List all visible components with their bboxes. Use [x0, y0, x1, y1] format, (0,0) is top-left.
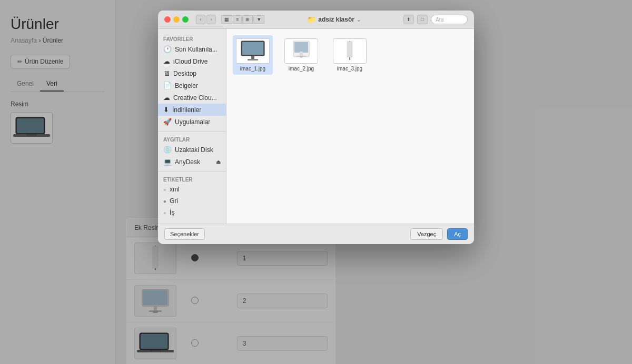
fp-desktop[interactable]: 🖥 Desktop: [158, 67, 226, 79]
tag-gri-icon: ●: [163, 198, 166, 204]
tags-label: Etiketler: [158, 175, 226, 184]
folder-icon: 📁: [307, 15, 316, 24]
options-button[interactable]: Seçenekler: [164, 228, 205, 240]
search-input[interactable]: Ara: [431, 15, 468, 24]
fp-file-imac1[interactable]: imac_1.jpg: [233, 35, 273, 75]
desktop-icon: 🖥: [163, 69, 170, 77]
fp-remote-disk[interactable]: 💿 Uzaktaki Disk: [158, 144, 226, 156]
remote-disk-icon: 💿: [163, 146, 172, 154]
fp-file-thumb-2: [284, 38, 318, 64]
fp-file-name-3: imac_3.jpg: [337, 66, 362, 72]
forward-button[interactable]: ›: [206, 15, 216, 24]
fp-file-name-1: imac_1.jpg: [240, 66, 265, 72]
downloads-icon: ⬇: [163, 106, 169, 114]
maximize-dot[interactable]: [182, 16, 189, 23]
favorites-label: Favoriler: [158, 34, 226, 43]
gallery-view-button[interactable]: ▼: [253, 15, 264, 24]
fp-downloads[interactable]: ⬇ İndirilenler: [158, 104, 226, 116]
fp-file-thumb-3: [333, 38, 367, 64]
fp-tag-is[interactable]: ● İş: [158, 207, 226, 218]
creative-cloud-icon: ☁: [163, 94, 170, 102]
fp-anydesk[interactable]: 💻 AnyDesk ⏏: [158, 156, 226, 168]
cancel-button[interactable]: Vazgeç: [410, 228, 443, 240]
new-folder-button[interactable]: □: [417, 15, 428, 24]
fp-file-imac2[interactable]: imac_2.jpg: [281, 35, 321, 75]
file-picker-dialog: ‹ › ▦ ≡ ⊞ ▼ 📁 adsiz klasör ⌄: [158, 11, 474, 244]
fp-files-grid: imac_1.jpg: [233, 35, 468, 75]
list-view-button[interactable]: ≡: [233, 15, 242, 24]
devices-label: Aygıtlar: [158, 135, 226, 144]
fp-action-buttons: Vazgeç Aç: [410, 228, 468, 240]
column-view-button[interactable]: ⊞: [242, 15, 253, 24]
share-button[interactable]: ⬆: [403, 15, 414, 24]
file-picker-titlebar: ‹ › ▦ ≡ ⊞ ▼ 📁 adsiz klasör ⌄: [158, 11, 474, 29]
anydesk-icon: 💻: [163, 158, 172, 166]
fp-footer: Seçenekler Vazgeç Aç: [158, 224, 474, 244]
svg-rect-14: [347, 42, 352, 57]
minimize-dot[interactable]: [173, 16, 180, 23]
tag-xml-icon: ●: [163, 187, 166, 193]
close-dot[interactable]: [164, 16, 171, 23]
documents-icon: 📄: [163, 82, 172, 89]
sidebar-divider-2: [158, 171, 226, 171]
view-buttons: ▦ ≡ ⊞ ▼: [221, 15, 264, 24]
back-button[interactable]: ‹: [196, 15, 205, 24]
tag-is-icon: ●: [163, 210, 166, 216]
main-content: ‹ › ▦ ≡ ⊞ ▼ 📁 adsiz klasör ⌄: [116, 0, 346, 364]
fp-tag-gri[interactable]: ● Gri: [158, 195, 226, 207]
folder-name: 📁 adsiz klasör ⌄: [268, 15, 400, 24]
svg-rect-6: [251, 56, 254, 59]
svg-point-12: [300, 56, 303, 58]
fp-tag-xml[interactable]: ● xml: [158, 184, 226, 195]
fp-recent[interactable]: 🕐 Son Kullanıla...: [158, 43, 226, 55]
file-picker-overlay: ‹ › ▦ ≡ ⊞ ▼ 📁 adsiz klasör ⌄: [0, 0, 632, 364]
nav-buttons: ‹ ›: [196, 15, 216, 24]
svg-rect-5: [242, 42, 263, 55]
window-controls: [164, 16, 189, 23]
svg-rect-9: [294, 42, 308, 53]
recent-icon: 🕐: [163, 45, 172, 53]
open-button[interactable]: Aç: [447, 228, 468, 240]
fp-icloud[interactable]: ☁ iCloud Drive: [158, 55, 226, 67]
titlebar-actions: ⬆ □ Ara: [403, 15, 468, 24]
fp-applications[interactable]: 🚀 Uygulamalar: [158, 116, 226, 128]
applications-icon: 🚀: [163, 118, 172, 126]
sidebar-divider-1: [158, 131, 226, 132]
fp-file-name-2: imac_2.jpg: [289, 66, 314, 72]
file-picker-body: Favoriler 🕐 Son Kullanıla... ☁ iCloud Dr…: [158, 29, 474, 224]
svg-rect-7: [248, 59, 258, 60]
icloud-icon: ☁: [163, 57, 170, 65]
fp-file-imac3[interactable]: imac_3.jpg: [330, 35, 370, 75]
fp-main-area: imac_1.jpg: [226, 29, 474, 224]
svg-rect-10: [300, 52, 303, 56]
icon-view-button[interactable]: ▦: [221, 15, 232, 24]
fp-sidebar: Favoriler 🕐 Son Kullanıla... ☁ iCloud Dr…: [158, 29, 226, 224]
fp-creative-cloud[interactable]: ☁ Creative Clou...: [158, 92, 226, 104]
fp-documents[interactable]: 📄 Belgeler: [158, 79, 226, 92]
fp-file-thumb-1: [236, 38, 270, 64]
